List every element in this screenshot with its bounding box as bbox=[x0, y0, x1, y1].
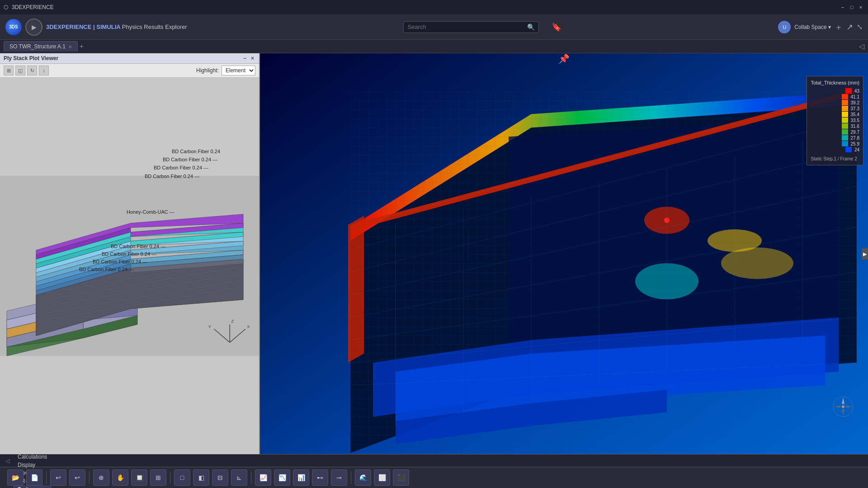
tool-zoom[interactable]: 🔲 bbox=[131, 469, 147, 486]
ply-tool-3[interactable]: ↻ bbox=[27, 66, 37, 75]
main-toolbar: 3DS ▶ 3DEXPERIENCE | SIMULIA Physics Res… bbox=[0, 14, 868, 40]
legend-value: 41.1 bbox=[851, 94, 859, 99]
tool-view4[interactable]: ⊾ bbox=[231, 469, 247, 486]
stack-3d-view[interactable]: X Y Z BD Carbon Fiber 0.24 BD Carbon Fib… bbox=[0, 78, 259, 454]
tool-chart1[interactable]: 📈 bbox=[255, 469, 271, 486]
tool-view1[interactable]: □ bbox=[174, 469, 190, 486]
maximize-button[interactable]: □ bbox=[848, 4, 855, 11]
tool-icons-bar: 📂 📄 ↩ ↩ ⊕ ✋ 🔲 ⊞ □ ◧ ⊟ ⊾ 📈 📉 📊 ⊷ ⊸ 🌊 ⬜ ⬛ bbox=[0, 467, 868, 488]
viewport-svg bbox=[260, 53, 868, 454]
legend-value: 37.3 bbox=[851, 106, 859, 111]
panel-close-button[interactable]: × bbox=[250, 55, 255, 61]
layer-label-3: BD Carbon Fiber 0.24 --- bbox=[154, 165, 208, 170]
legend-value: 31.6 bbox=[851, 124, 859, 129]
search-input[interactable] bbox=[407, 23, 527, 30]
tool-undo[interactable]: ↩ bbox=[50, 469, 66, 486]
separator-5 bbox=[351, 471, 351, 484]
close-button[interactable]: × bbox=[857, 4, 864, 11]
separator-1 bbox=[46, 471, 47, 484]
content-area: Ply Stack Plot Viewer − × ⊞ ◱ ↻ ↕ Highli… bbox=[0, 53, 868, 454]
tool-measure1[interactable]: ⊷ bbox=[312, 469, 328, 486]
tool-pan[interactable]: ✋ bbox=[112, 469, 128, 486]
legend-color-swatch bbox=[842, 135, 848, 141]
highlight-select[interactable]: Element bbox=[222, 66, 255, 75]
panel-minimize-button[interactable]: − bbox=[242, 55, 248, 61]
tool-view3[interactable]: ⊟ bbox=[212, 469, 228, 486]
legend-color-swatch bbox=[842, 141, 848, 146]
svg-point-51 bbox=[721, 248, 793, 279]
tool-chart3[interactable]: 📊 bbox=[293, 469, 309, 486]
legend-color-swatch bbox=[842, 100, 848, 105]
stack-svg: X Y Z bbox=[0, 78, 259, 454]
legend-entry: 41.1 bbox=[842, 94, 859, 99]
3d-viewport[interactable]: 📌 bbox=[260, 53, 868, 454]
tool-redo[interactable]: ↩ bbox=[69, 469, 85, 486]
legend-entry: 24 bbox=[845, 147, 859, 152]
svg-marker-73 bbox=[842, 398, 844, 404]
legend-color-swatch bbox=[845, 147, 852, 152]
tool-box1[interactable]: ⬜ bbox=[374, 469, 390, 486]
tool-measure2[interactable]: ⊸ bbox=[331, 469, 347, 486]
ply-tool-1[interactable]: ⊞ bbox=[4, 66, 14, 75]
ply-stack-panel: Ply Stack Plot Viewer − × ⊞ ◱ ↻ ↕ Highli… bbox=[0, 53, 260, 454]
search-icon[interactable]: 🔍 bbox=[527, 23, 535, 31]
window-title: 3DEXPERIENCE bbox=[12, 4, 54, 10]
svg-marker-75 bbox=[834, 405, 841, 408]
play-button[interactable]: ▶ bbox=[25, 19, 42, 36]
legend-color-swatch bbox=[842, 117, 848, 123]
tool-chart2[interactable]: 📉 bbox=[274, 469, 290, 486]
ply-tool-2[interactable]: ◱ bbox=[15, 66, 25, 75]
svg-text:X: X bbox=[247, 324, 250, 329]
ply-tool-4[interactable]: ↕ bbox=[39, 66, 49, 75]
tab-structure[interactable]: SO TWR_Structure A.1 ✕ bbox=[4, 41, 78, 52]
legend-value: 25.9 bbox=[851, 141, 859, 146]
legend-value: 39.2 bbox=[851, 100, 859, 105]
tool-rotate[interactable]: ⊕ bbox=[93, 469, 109, 486]
collab-space-label[interactable]: Collab Space ▾ bbox=[794, 24, 831, 30]
legend-color-swatch bbox=[842, 94, 848, 99]
app-logo: 3DS bbox=[5, 19, 22, 35]
tool-open2[interactable]: 📄 bbox=[26, 469, 42, 486]
add-tab-button[interactable]: + bbox=[80, 42, 84, 51]
legend-value: 27.8 bbox=[851, 136, 859, 141]
search-bar[interactable]: 🔍 bbox=[403, 21, 539, 33]
app-icon: ⬡ bbox=[4, 4, 8, 10]
toolbar-icons: 🔖 bbox=[552, 22, 561, 32]
tool-wave[interactable]: 🌊 bbox=[355, 469, 371, 486]
menu-collapse-icon[interactable]: ◁ bbox=[5, 458, 9, 464]
tool-open[interactable]: 📂 bbox=[7, 469, 24, 486]
separator-2 bbox=[89, 471, 90, 484]
legend-entry: 31.6 bbox=[842, 123, 859, 129]
separator-3 bbox=[170, 471, 170, 484]
minimize-button[interactable]: − bbox=[839, 4, 846, 11]
pin-icon[interactable]: 📌 bbox=[558, 53, 570, 64]
bookmark-icon[interactable]: 🔖 bbox=[552, 22, 561, 32]
app-name-brand: 3DEXPERIENCE | SIMULIA bbox=[46, 23, 122, 30]
add-icon[interactable]: ＋ bbox=[835, 22, 843, 33]
collapse-panel-icon[interactable]: ◁ bbox=[859, 42, 864, 51]
tab-close-icon[interactable]: ✕ bbox=[68, 44, 72, 49]
color-legend: Total_Thickness (mm) 4341.139.237.335.43… bbox=[807, 76, 863, 165]
legend-value: 24 bbox=[854, 147, 859, 152]
app-title: 3DEXPERIENCE | SIMULIA Physics Results E… bbox=[46, 23, 187, 30]
tool-fit[interactable]: ⊞ bbox=[150, 469, 166, 486]
logo-area: 3DS ▶ 3DEXPERIENCE | SIMULIA Physics Res… bbox=[5, 19, 187, 36]
expand-icon[interactable]: ⤡ bbox=[857, 23, 863, 31]
svg-marker-76 bbox=[845, 405, 852, 408]
legend-entry: 25.9 bbox=[842, 141, 859, 146]
viewport-expand-button[interactable]: ▶ bbox=[862, 248, 868, 259]
tool-box2[interactable]: ⬛ bbox=[393, 469, 409, 486]
tab-label: SO TWR_Structure A.1 bbox=[9, 43, 66, 50]
tool-view2[interactable]: ◧ bbox=[193, 469, 209, 486]
legend-color-swatch bbox=[842, 129, 848, 135]
collab-area: U Collab Space ▾ ＋ ↗ ⤡ bbox=[778, 21, 863, 33]
layer-label-2: BD Carbon Fiber 0.24 --- bbox=[163, 157, 217, 162]
user-avatar[interactable]: U bbox=[778, 21, 791, 33]
layer-label-4: BD Carbon Fiber 0.24 --- bbox=[145, 174, 199, 179]
panel-controls: − × bbox=[242, 55, 255, 61]
legend-color-swatch bbox=[845, 88, 852, 94]
legend-entry: 35.4 bbox=[842, 112, 859, 117]
title-controls: − □ × bbox=[839, 4, 864, 11]
legend-entry: 39.2 bbox=[842, 100, 859, 105]
share-icon[interactable]: ↗ bbox=[846, 22, 853, 32]
